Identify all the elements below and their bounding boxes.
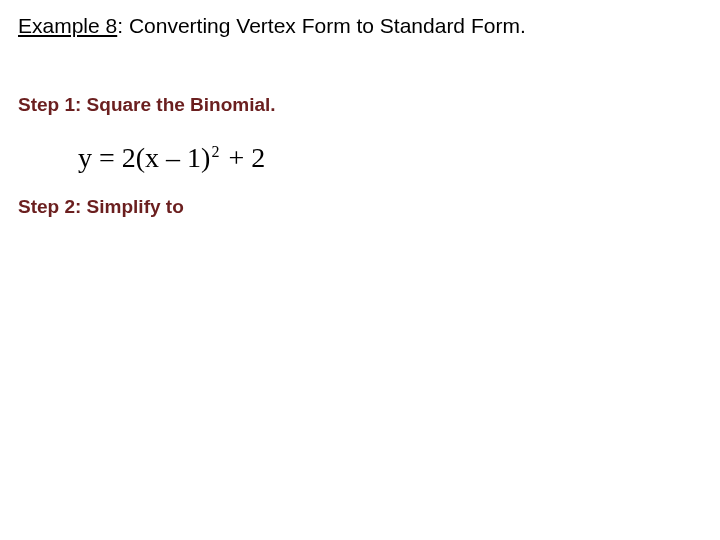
slide-title: Example 8: Converting Vertex Form to Sta… xyxy=(18,14,702,38)
title-rest: : Converting Vertex Form to Standard For… xyxy=(117,14,526,37)
title-prefix: Example 8 xyxy=(18,14,117,37)
step-1-label: Step 1: Square the Binomial. xyxy=(18,94,702,116)
step-2-label: Step 2: Simplify to xyxy=(18,196,702,218)
slide: Example 8: Converting Vertex Form to Sta… xyxy=(0,0,720,232)
equation-rhs: + 2 xyxy=(221,142,265,173)
equation-lhs: y = 2(x – 1) xyxy=(78,142,210,173)
equation: y = 2(x – 1)2 + 2 xyxy=(78,142,702,174)
equation-exponent: 2 xyxy=(211,143,219,160)
